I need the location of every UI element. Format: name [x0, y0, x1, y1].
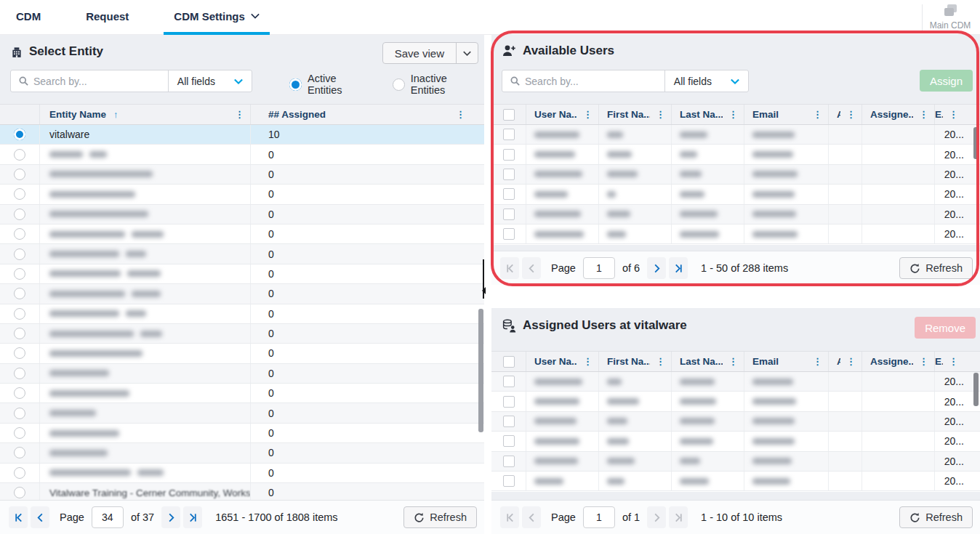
vertical-scrollbar[interactable] [478, 309, 483, 432]
radio-icon[interactable] [14, 188, 25, 200]
row-radio-cell[interactable] [0, 483, 40, 500]
last-page-button[interactable] [183, 506, 202, 528]
page-number-input[interactable] [583, 257, 615, 279]
radio-selected-icon[interactable] [14, 129, 25, 140]
row-radio-cell[interactable] [0, 264, 40, 283]
row-radio-cell[interactable] [0, 125, 40, 144]
checkbox-icon[interactable] [503, 129, 515, 140]
column-header-assigned[interactable]: Assigne...⋮ [862, 105, 935, 124]
table-row[interactable]: 0 [0, 145, 484, 164]
radio-icon[interactable] [14, 408, 25, 419]
column-header-email[interactable]: Email⋮ [744, 105, 829, 124]
row-radio-cell[interactable] [0, 403, 40, 422]
table-row[interactable]: 0 [0, 205, 484, 224]
prev-page-button[interactable] [31, 506, 49, 528]
page-number-input[interactable] [92, 506, 124, 528]
radio-icon[interactable] [14, 209, 25, 220]
row-radio-cell[interactable] [0, 284, 40, 303]
radio-icon[interactable] [14, 149, 25, 161]
column-header-user-name[interactable]: User Na...⋮ [526, 105, 599, 124]
table-row[interactable]: 0 [0, 244, 484, 264]
radio-icon[interactable] [14, 169, 25, 180]
row-checkbox-cell[interactable] [491, 472, 526, 490]
row-checkbox-cell[interactable] [491, 185, 526, 203]
column-menu-icon[interactable]: ⋮ [913, 109, 934, 120]
table-row[interactable]: 20... [491, 125, 980, 145]
refresh-button[interactable]: Refresh [403, 506, 477, 528]
table-row[interactable]: 0 [0, 165, 484, 185]
table-row[interactable]: 0 [0, 324, 484, 344]
last-page-button[interactable] [669, 257, 688, 279]
column-header-a[interactable]: A⋮ [829, 352, 862, 371]
row-radio-cell[interactable] [0, 464, 40, 482]
column-menu-icon[interactable]: ⋮ [577, 109, 598, 120]
radio-icon[interactable] [14, 248, 25, 260]
table-row[interactable]: 0 [0, 443, 484, 463]
row-checkbox-cell[interactable] [491, 432, 526, 450]
column-menu-icon[interactable]: ⋮ [913, 356, 934, 367]
column-menu-icon[interactable]: ⋮ [450, 109, 484, 120]
assign-button[interactable]: Assign [920, 70, 973, 92]
checkbox-icon[interactable] [503, 149, 515, 161]
checkbox-icon[interactable] [503, 475, 515, 487]
column-menu-icon[interactable]: ⋮ [723, 109, 744, 120]
column-header-a[interactable]: A⋮ [829, 105, 862, 124]
page-number-input[interactable] [583, 506, 615, 528]
column-menu-icon[interactable]: ⋮ [229, 109, 250, 120]
row-radio-cell[interactable] [0, 304, 40, 323]
refresh-button[interactable]: Refresh [899, 257, 973, 279]
row-checkbox-cell[interactable] [491, 125, 526, 144]
row-checkbox-cell[interactable] [491, 145, 526, 163]
radio-icon[interactable] [14, 447, 25, 458]
table-row[interactable]: 0 [0, 264, 484, 284]
table-row[interactable]: 0 [0, 364, 484, 384]
column-header-entity-name[interactable]: Entity Name ↑ ⋮ [40, 105, 251, 124]
table-row[interactable]: 20... [491, 224, 980, 244]
radio-icon[interactable] [14, 487, 25, 498]
row-checkbox-cell[interactable] [491, 392, 526, 410]
row-radio-cell[interactable] [0, 205, 40, 224]
column-menu-icon[interactable]: ⋮ [840, 109, 861, 120]
table-row[interactable]: 20... [491, 205, 980, 224]
column-menu-icon[interactable]: ⋮ [807, 109, 828, 120]
table-row[interactable]: 0 [0, 424, 484, 443]
checkbox-icon[interactable] [503, 228, 515, 240]
column-header-last-name[interactable]: Last Na...⋮ [672, 352, 744, 371]
column-header-last-name[interactable]: Last Na...⋮ [672, 105, 744, 124]
tab-cdm[interactable]: CDM [6, 0, 51, 35]
entity-search-input[interactable] [33, 70, 168, 92]
row-checkbox-cell[interactable] [491, 224, 526, 243]
main-cdm-button[interactable]: Main CDM [925, 2, 976, 31]
checkbox-icon[interactable] [503, 396, 515, 408]
radio-icon[interactable] [14, 328, 25, 339]
tab-cdm-settings[interactable]: CDM Settings [164, 0, 270, 35]
radio-icon[interactable] [14, 427, 25, 439]
radio-icon[interactable] [14, 308, 25, 320]
row-checkbox-cell[interactable] [491, 205, 526, 224]
checkbox-icon[interactable] [503, 169, 515, 180]
checkbox-icon[interactable] [503, 376, 515, 387]
column-header-email[interactable]: Email⋮ [744, 352, 829, 371]
table-row[interactable]: 0 [0, 464, 484, 483]
table-row[interactable]: 0 [0, 224, 484, 244]
table-row[interactable]: 20... [491, 372, 980, 392]
active-entities-radio[interactable]: Active Entities [289, 73, 374, 96]
column-menu-icon[interactable]: ⋮ [577, 356, 598, 367]
row-radio-cell[interactable] [0, 244, 40, 263]
save-view-dropdown[interactable] [456, 43, 478, 63]
row-radio-cell[interactable] [0, 443, 40, 462]
table-row[interactable]: 0 [0, 284, 484, 304]
row-checkbox-cell[interactable] [491, 372, 526, 391]
row-radio-cell[interactable] [0, 185, 40, 203]
next-page-button[interactable] [647, 257, 666, 279]
radio-icon[interactable] [14, 347, 25, 359]
table-row[interactable]: 20... [491, 412, 980, 432]
radio-icon[interactable] [14, 368, 25, 379]
radio-icon[interactable] [14, 268, 25, 280]
column-header-user-name[interactable]: User Na...⋮ [526, 352, 599, 371]
column-menu-icon[interactable]: ⋮ [807, 356, 828, 367]
checkbox-icon[interactable] [503, 435, 515, 447]
table-row[interactable]: 0 [0, 344, 484, 363]
inactive-entities-radio[interactable]: Inactive Entities [393, 73, 484, 96]
radio-icon[interactable] [14, 288, 25, 299]
